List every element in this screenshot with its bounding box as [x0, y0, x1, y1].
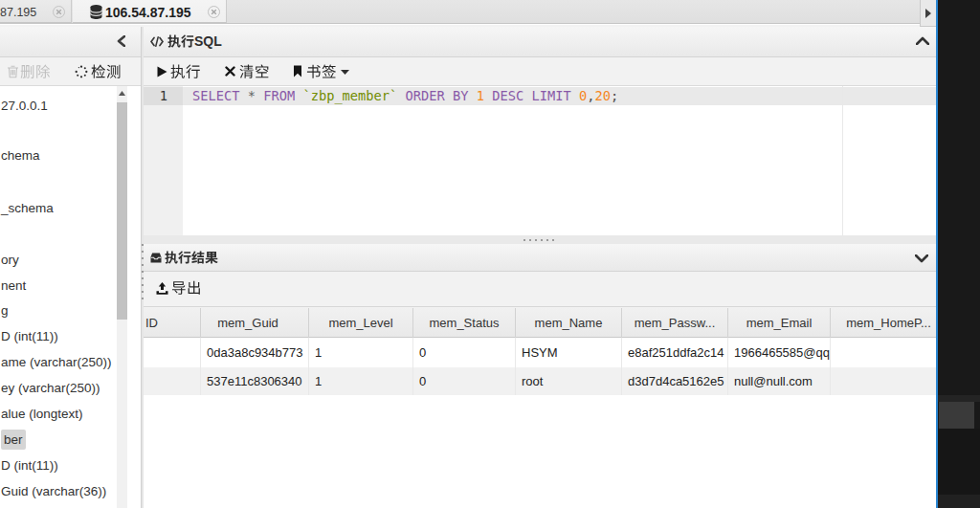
collapse-result-panel-button[interactable]: [915, 254, 928, 265]
cjk-glyph-删: [20, 64, 35, 79]
chevron-left-icon: [117, 35, 125, 47]
grid-cell[interactable]: [831, 338, 936, 367]
grid-cell[interactable]: 537e11c8306340: [201, 367, 309, 395]
sql-editor[interactable]: 1 SELECT * FROM `zbp_member` ORDER BY 1 …: [144, 86, 936, 235]
grid-header-cell[interactable]: ID: [144, 308, 201, 338]
grid-cell[interactable]: null@null.com: [728, 367, 831, 395]
grid-row[interactable]: 537e11c830634010rootd3d7d4ca5162e5null@n…: [144, 367, 936, 395]
desktop-band: [938, 395, 980, 402]
bookmark-button[interactable]: [306, 57, 336, 85]
cjk-glyph-执: [170, 64, 186, 79]
tree-node[interactable]: chema: [1, 144, 40, 168]
grid-cell[interactable]: [144, 367, 201, 395]
cjk-glyph-行: [181, 34, 194, 48]
database-icon: [90, 5, 102, 19]
tree-node[interactable]: ory: [1, 248, 19, 273]
check-button[interactable]: [91, 57, 121, 85]
tab-connection-1[interactable]: 87.195: [0, 0, 72, 23]
cjk-glyph-检: [91, 64, 106, 79]
tree-node[interactable]: D (int(11)): [1, 324, 58, 349]
cjk-glyph-出: [187, 280, 202, 296]
chevron-up-icon: [916, 36, 929, 45]
grid-cell[interactable]: 1966465585@qq.com: [728, 338, 831, 367]
delete-button[interactable]: [20, 57, 50, 85]
tree-scrollbar[interactable]: [117, 86, 127, 508]
cjk-glyph-空: [255, 64, 270, 79]
cjk-glyph-行: [178, 251, 191, 264]
cjk-glyph-测: [106, 64, 122, 79]
line-number: 1: [160, 87, 167, 105]
tree-node[interactable]: Guid (varchar(36)): [1, 479, 106, 504]
cjk-glyph-签: [322, 64, 337, 79]
scroll-up-button[interactable]: [117, 86, 127, 101]
result-toolbar: [144, 272, 936, 306]
cjk-glyph-导: [171, 280, 187, 296]
tab-label: 87.195: [0, 1, 36, 24]
grid-header-cell[interactable]: mem_Name: [516, 308, 622, 338]
cjk-glyph-行: [186, 64, 201, 79]
grid-cell[interactable]: e8af251ddfa2c14: [622, 338, 728, 367]
grid-cell[interactable]: 0: [413, 367, 516, 395]
grid-cell[interactable]: [144, 338, 201, 367]
collapse-sql-panel-button[interactable]: [916, 36, 929, 47]
grid-cell[interactable]: [831, 367, 936, 395]
tree-node[interactable]: ey (varchar(250)): [1, 376, 100, 401]
app-window: 87.195 106.54.87.195: [0, 0, 936, 508]
sql-panel-header: SQL: [144, 27, 936, 57]
chevron-down-icon: [915, 254, 928, 263]
screen: 87.195 106.54.87.195: [0, 0, 980, 508]
sql-toolbar: [144, 57, 936, 86]
grid-header-cell[interactable]: mem_Email: [728, 308, 831, 338]
grid-header-cell[interactable]: mem_HomeP...: [831, 308, 936, 338]
spinner-icon: [75, 65, 88, 78]
close-icon[interactable]: [208, 6, 220, 18]
grid-header-cell[interactable]: mem_Guid: [201, 308, 309, 338]
grid-cell[interactable]: 0: [413, 338, 516, 367]
tree-node[interactable]: nent: [1, 274, 26, 298]
grid-header-cell[interactable]: mem_Level: [309, 308, 413, 338]
caret-down-icon[interactable]: [341, 70, 349, 75]
tree-node[interactable]: ame (varchar(250)): [1, 350, 112, 375]
close-icon[interactable]: [53, 6, 65, 18]
cjk-glyph-结: [191, 251, 205, 264]
grid-header-row: IDmem_Guidmem_Levelmem_Statusmem_Namemem…: [144, 306, 936, 338]
desktop-band: [938, 495, 980, 508]
grid-header-cell[interactable]: mem_Passw...: [622, 308, 728, 338]
grid-header-cell[interactable]: mem_Status: [413, 308, 516, 338]
cjk-glyph-书: [306, 64, 322, 79]
grid-cell[interactable]: 0da3a8c934b773: [201, 338, 309, 367]
sidebar-panel: 27.0.0.1chema_schemaorynentgD (int(11))a…: [0, 27, 141, 508]
sql-code-line[interactable]: SELECT * FROM `zbp_member` ORDER BY 1 DE…: [192, 87, 618, 105]
result-grid: IDmem_Guidmem_Levelmem_Statusmem_Namemem…: [144, 306, 936, 508]
grid-row[interactable]: 0da3a8c934b77310HSYMe8af251ddfa2c1419664…: [144, 338, 936, 367]
export-button[interactable]: [171, 272, 201, 304]
collapse-sidebar-button[interactable]: [117, 35, 130, 49]
cjk-glyph-执: [165, 251, 178, 264]
sidebar-toolbar: [0, 57, 141, 86]
grid-cell[interactable]: root: [516, 367, 622, 395]
tree-node[interactable]: _schema: [1, 196, 54, 221]
play-icon: [157, 66, 167, 77]
scrollbar-thumb[interactable]: [117, 102, 127, 320]
tree-node[interactable]: alue (longtext): [1, 402, 83, 427]
cjk-glyph-执: [167, 34, 181, 48]
desktop-band: [939, 402, 974, 429]
grid-cell[interactable]: 1: [309, 367, 413, 395]
panel-splitter-horizontal[interactable]: [144, 235, 936, 244]
tree-node[interactable]: D (int(11)): [1, 453, 58, 478]
grid-cell[interactable]: d3d7d4ca5162e5: [622, 367, 728, 395]
clear-button[interactable]: [239, 57, 269, 85]
tab-scroll-right-button[interactable]: [920, 0, 936, 27]
editor-print-margin: [842, 86, 843, 235]
cjk-glyph-清: [239, 64, 255, 79]
tab-connection-2-active[interactable]: 106.54.87.195: [73, 0, 227, 23]
main-panel: SQL 1 SELECT * FROM `zbp_member` ORDER B…: [144, 27, 936, 508]
grid-cell[interactable]: 1: [309, 338, 413, 367]
sql-panel-title: SQL: [167, 27, 222, 56]
tree-node[interactable]: 27.0.0.1: [1, 94, 48, 119]
run-button[interactable]: [170, 57, 200, 85]
tree-node[interactable]: g: [1, 298, 9, 323]
grid-cell[interactable]: HSYM: [516, 338, 622, 367]
tree-node-selected[interactable]: ber: [1, 428, 26, 453]
desktop-background: [938, 0, 980, 508]
